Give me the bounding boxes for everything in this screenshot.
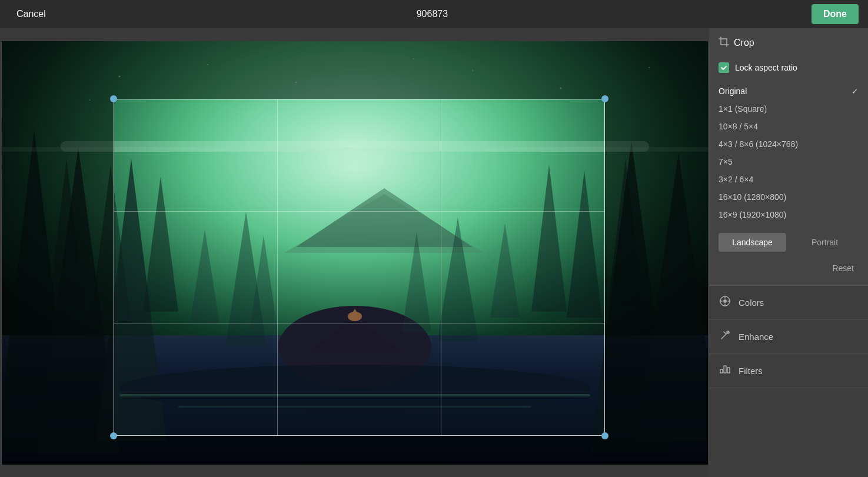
lock-row: Lock aspect ratio [709,58,868,80]
reset-row: Reset [709,259,868,285]
aspect-option-label-4x3: 4×3 / 8×6 (1024×768) [719,139,798,149]
aspect-option-4x3[interactable]: 4×3 / 8×6 (1024×768) [709,135,868,153]
portrait-button[interactable]: Portrait [791,233,859,252]
enhance-icon [719,329,731,344]
forest-svg [2,41,708,465]
aspect-option-label-16x10: 16×10 (1280×800) [719,192,786,202]
svg-rect-37 [119,394,590,396]
aspect-option-1x1[interactable]: 1×1 (Square) [709,100,868,118]
svg-point-27 [118,75,120,77]
aspect-option-10x8[interactable]: 10×8 / 5×4 [709,118,868,135]
svg-point-40 [723,299,727,303]
crop-title: Crop [734,38,754,48]
lock-aspect-label: Lock aspect ratio [735,63,797,72]
filters-label: Filters [739,366,763,376]
aspect-option-16x9[interactable]: 16×9 (1920×1080) [709,206,868,224]
reset-button[interactable]: Reset [827,261,859,275]
aspect-option-label-3x2: 3×2 / 6×4 [719,175,753,184]
colors-tool-item[interactable]: Colors [709,286,868,320]
aspect-option-7x5[interactable]: 7×5 [709,153,868,171]
aspect-option-label-1x1: 1×1 (Square) [719,104,767,114]
aspect-option-original[interactable]: Original ✓ [709,82,868,100]
orientation-row: Landscape Portrait [709,228,868,259]
svg-point-29 [295,81,297,83]
image-container [2,41,708,465]
right-panel: Crop Lock aspect ratio Original ✓ 1×1 (S… [709,28,868,477]
enhance-tool-item[interactable]: Enhance [709,320,868,354]
main-content: Crop Lock aspect ratio Original ✓ 1×1 (S… [0,28,868,477]
cancel-button[interactable]: Cancel [9,5,53,23]
canvas-area [0,28,709,477]
enhance-label: Enhance [739,332,773,342]
crop-icon [719,36,729,49]
crop-header: Crop [709,28,868,58]
aspect-option-label-16x9: 16×9 (1920×1080) [719,210,786,219]
svg-point-34 [413,58,414,59]
svg-point-31 [560,87,561,89]
svg-point-32 [648,67,650,68]
aspect-option-label-7x5: 7×5 [719,157,733,166]
colors-icon [719,295,731,310]
landscape-button[interactable]: Landscape [719,233,786,252]
svg-rect-38 [178,406,531,408]
svg-point-30 [472,70,473,71]
lock-aspect-checkbox[interactable] [719,62,729,73]
crop-section: Crop Lock aspect ratio Original ✓ 1×1 (S… [709,28,868,285]
done-button[interactable]: Done [812,4,859,24]
aspect-option-label-10x8: 10×8 / 5×4 [719,122,758,131]
filters-tool-item[interactable]: Filters [709,354,868,388]
aspect-option-16x10[interactable]: 16×10 (1280×800) [709,188,868,206]
aspect-option-checkmark-original: ✓ [852,86,859,96]
topbar: Cancel 906873 Done [0,0,868,28]
aspect-option-label-original: Original [719,86,747,96]
topbar-title: 906873 [417,9,448,19]
aspect-option-3x2[interactable]: 3×2 / 6×4 [709,171,868,188]
forest-image [2,41,708,465]
colors-label: Colors [739,298,764,308]
filters-icon [719,363,731,378]
svg-point-28 [207,64,208,65]
aspect-options: Original ✓ 1×1 (Square) 10×8 / 5×4 4×3 /… [709,80,868,228]
svg-rect-36 [2,147,708,152]
svg-point-33 [89,99,91,101]
svg-point-26 [119,365,590,412]
